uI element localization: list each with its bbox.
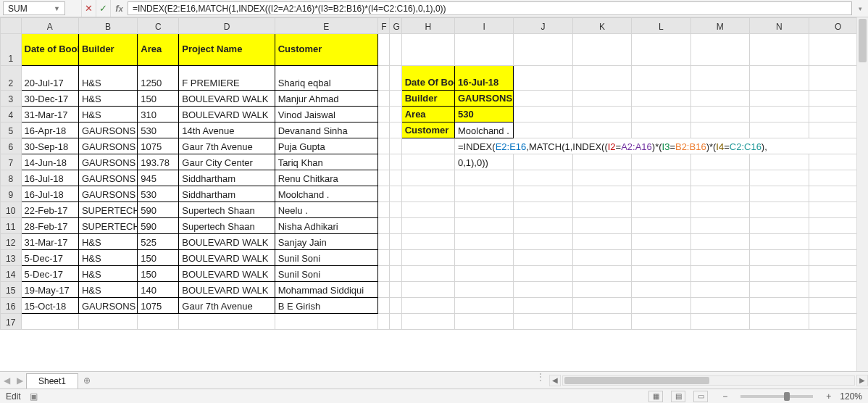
- row-header[interactable]: 2: [1, 66, 22, 91]
- cell[interactable]: [454, 250, 513, 266]
- col-header[interactable]: A: [21, 18, 78, 34]
- cell[interactable]: [378, 186, 390, 202]
- cell[interactable]: [401, 250, 454, 266]
- cell[interactable]: [750, 202, 809, 218]
- cell[interactable]: H&S: [78, 250, 137, 266]
- cell[interactable]: Sunil Soni: [275, 266, 378, 282]
- cell[interactable]: [138, 314, 179, 330]
- cell[interactable]: [401, 298, 454, 314]
- cell[interactable]: 590: [138, 218, 179, 234]
- cell[interactable]: GAURSONS: [78, 154, 137, 170]
- row-header[interactable]: 8: [1, 170, 22, 186]
- macro-record-icon[interactable]: ▣: [30, 391, 38, 402]
- row-header[interactable]: 13: [1, 250, 22, 266]
- cell[interactable]: [390, 154, 401, 170]
- cell[interactable]: [750, 234, 809, 250]
- cell[interactable]: 1075: [138, 298, 179, 314]
- cell[interactable]: [378, 122, 390, 138]
- cell[interactable]: 150: [138, 91, 179, 107]
- cell[interactable]: [378, 266, 390, 282]
- fx-icon[interactable]: fx: [110, 0, 128, 17]
- cell[interactable]: 945: [138, 170, 179, 186]
- cell[interactable]: Area: [401, 107, 454, 122]
- cell[interactable]: [750, 122, 809, 138]
- cell[interactable]: Project Name: [179, 34, 275, 66]
- cell[interactable]: [514, 154, 572, 170]
- row-header[interactable]: 12: [1, 234, 22, 250]
- cell[interactable]: [690, 34, 749, 66]
- cell[interactable]: [390, 218, 401, 234]
- cell[interactable]: GAURSONS: [78, 298, 137, 314]
- cell[interactable]: [390, 202, 401, 218]
- view-pagebreak-icon[interactable]: ▭: [693, 391, 708, 402]
- cell[interactable]: [514, 186, 572, 202]
- cell[interactable]: [514, 66, 572, 91]
- cell[interactable]: [632, 218, 690, 234]
- col-header[interactable]: C: [138, 18, 179, 34]
- cell[interactable]: Tariq Khan: [275, 154, 378, 170]
- cell[interactable]: Moolchand .: [275, 186, 378, 202]
- cell[interactable]: GAURSONS: [78, 122, 137, 138]
- cell[interactable]: [390, 170, 401, 186]
- row-header[interactable]: 11: [1, 218, 22, 234]
- cell[interactable]: [572, 91, 631, 107]
- cell[interactable]: [454, 34, 513, 66]
- cell[interactable]: Supertech Shaan: [179, 218, 275, 234]
- col-header[interactable]: B: [78, 18, 137, 34]
- cell[interactable]: [750, 282, 809, 298]
- column-header-row[interactable]: A B C D E F G H I J K L M N O: [1, 18, 868, 34]
- cell[interactable]: [632, 122, 690, 138]
- cell[interactable]: [401, 138, 454, 154]
- cell[interactable]: [390, 34, 401, 66]
- cell[interactable]: [632, 91, 690, 107]
- cell[interactable]: 16-Jul-18: [21, 170, 78, 186]
- cell[interactable]: [401, 234, 454, 250]
- cell[interactable]: Date Of Booking: [401, 66, 454, 91]
- horizontal-scrollbar[interactable]: ◀ ▶: [549, 372, 868, 389]
- cell[interactable]: 14th Avenue: [179, 122, 275, 138]
- cell[interactable]: [690, 107, 749, 122]
- cell[interactable]: Siddhartham: [179, 186, 275, 202]
- zoom-level[interactable]: 120%: [840, 391, 862, 402]
- row-header[interactable]: 4: [1, 107, 22, 122]
- row-header[interactable]: 5: [1, 122, 22, 138]
- cell[interactable]: BOULEVARD WALK: [179, 282, 275, 298]
- cell[interactable]: [378, 314, 390, 330]
- cell[interactable]: [401, 170, 454, 186]
- row-header[interactable]: 14: [1, 266, 22, 282]
- cell[interactable]: [632, 170, 690, 186]
- col-header[interactable]: K: [572, 18, 631, 34]
- cell[interactable]: Area: [138, 34, 179, 66]
- col-header[interactable]: E: [275, 18, 378, 34]
- cell[interactable]: [401, 154, 454, 170]
- cell[interactable]: [514, 234, 572, 250]
- cell[interactable]: 14-Jun-18: [21, 154, 78, 170]
- scrollbar-thumb[interactable]: [859, 19, 867, 62]
- cell[interactable]: [632, 202, 690, 218]
- col-header[interactable]: N: [750, 18, 809, 34]
- cell[interactable]: [572, 202, 631, 218]
- cell[interactable]: [514, 250, 572, 266]
- cell[interactable]: Customer: [401, 122, 454, 138]
- grid[interactable]: A B C D E F G H I J K L M N O 1Date of B…: [0, 17, 868, 371]
- cell[interactable]: [454, 298, 513, 314]
- cell[interactable]: [390, 91, 401, 107]
- row-header[interactable]: 9: [1, 186, 22, 202]
- cell[interactable]: 30-Sep-18: [21, 138, 78, 154]
- vertical-scrollbar[interactable]: [856, 17, 868, 371]
- cell[interactable]: [572, 34, 631, 66]
- cell[interactable]: Gaur City Center: [179, 154, 275, 170]
- cell[interactable]: [454, 170, 513, 186]
- cell[interactable]: [378, 234, 390, 250]
- cell[interactable]: H&S: [78, 282, 137, 298]
- cell[interactable]: [378, 107, 390, 122]
- cell[interactable]: [572, 186, 631, 202]
- cell[interactable]: [514, 34, 572, 66]
- col-header[interactable]: D: [179, 18, 275, 34]
- row-header[interactable]: 1: [1, 34, 22, 66]
- formula-input[interactable]: =INDEX(E2:E16,MATCH(1,INDEX((I2=A2:A16)*…: [128, 1, 852, 15]
- cell[interactable]: H&S: [78, 266, 137, 282]
- cell[interactable]: [390, 107, 401, 122]
- col-header[interactable]: F: [378, 18, 390, 34]
- cell[interactable]: Mohammad Siddiqui: [275, 282, 378, 298]
